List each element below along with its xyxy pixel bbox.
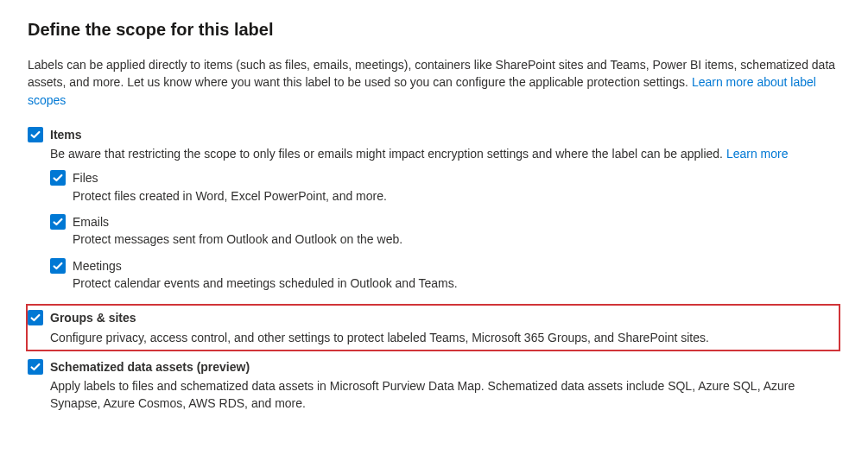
- check-icon: [52, 260, 64, 272]
- page-title: Define the scope for this label: [28, 17, 840, 42]
- option-items-desc-text: Be aware that restricting the scope to o…: [50, 147, 726, 161]
- check-icon: [29, 361, 41, 373]
- option-emails-desc: Protect messages sent from Outlook and O…: [73, 230, 840, 248]
- learn-more-items-link[interactable]: Learn more: [726, 147, 789, 161]
- option-groups-sites: Groups & sites Configure privacy, access…: [26, 304, 840, 351]
- option-emails: Emails Protect messages sent from Outloo…: [50, 213, 840, 256]
- option-items-desc: Be aware that restricting the scope to o…: [50, 145, 840, 162]
- option-schematized: Schematized data assets (preview) Apply …: [28, 357, 840, 414]
- option-files: Files Protect files created in Word, Exc…: [50, 169, 840, 212]
- option-files-label: Files: [73, 169, 840, 186]
- option-groups-label: Groups & sites: [50, 309, 833, 326]
- option-meetings: Meetings Protect calendar events and mee…: [50, 257, 840, 300]
- check-icon: [29, 312, 41, 324]
- option-schematized-desc: Apply labels to files and schematized da…: [50, 377, 840, 413]
- option-schematized-label: Schematized data assets (preview): [50, 358, 840, 376]
- option-emails-label: Emails: [73, 213, 840, 230]
- checkbox-groups-sites[interactable]: [28, 310, 43, 325]
- intro-paragraph: Labels can be applied directly to items …: [28, 56, 839, 109]
- check-icon: [52, 216, 64, 228]
- checkbox-items[interactable]: [28, 127, 43, 142]
- check-icon: [52, 172, 64, 184]
- check-icon: [29, 129, 41, 141]
- checkbox-schematized[interactable]: [28, 359, 43, 375]
- option-meetings-desc: Protect calendar events and meetings sch…: [73, 275, 840, 292]
- option-groups-desc: Configure privacy, access control, and o…: [50, 329, 833, 346]
- option-items-label: Items: [50, 126, 840, 143]
- checkbox-meetings[interactable]: [50, 258, 66, 274]
- checkbox-emails[interactable]: [50, 214, 66, 230]
- option-items: Items Be aware that restricting the scop…: [28, 124, 840, 165]
- option-meetings-label: Meetings: [73, 257, 840, 275]
- checkbox-files[interactable]: [50, 170, 66, 186]
- option-files-desc: Protect files created in Word, Excel Pow…: [73, 187, 840, 205]
